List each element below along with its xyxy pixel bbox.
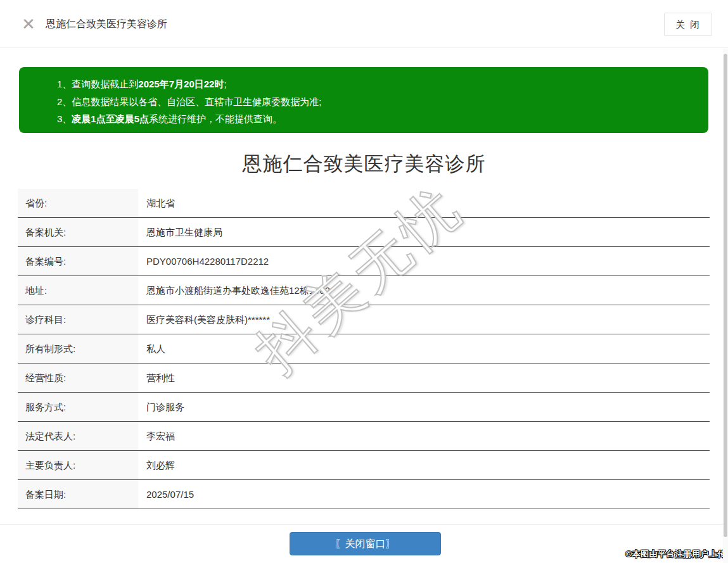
row-value: 湖北省: [138, 189, 710, 217]
row-value: 刘必辉: [138, 451, 710, 479]
table-row-filing-authority: 备案机关: 恩施市卫生健康局: [18, 218, 710, 247]
row-value: 私人: [138, 334, 710, 363]
notice-text: 系统进行维护，不能提供查询。: [149, 113, 282, 124]
notice-line-2: 2、信息数据结果以各省、自治区、直辖市卫生健康委数据为准;: [57, 93, 696, 111]
upload-credit-watermark: ©本图由平台注册用户上传: [625, 548, 726, 560]
window-title: 恩施仁合致美医疗美容诊所: [46, 0, 167, 48]
close-button[interactable]: 关 闭: [664, 13, 712, 36]
row-label: 省份:: [18, 189, 138, 217]
row-label: 服务方式:: [18, 393, 138, 421]
row-value: 恩施市小渡船街道办事处欧逸佳苑12栋1002: [138, 276, 710, 305]
table-row-address: 地址: 恩施市小渡船街道办事处欧逸佳苑12栋1002: [18, 276, 710, 305]
record-info-table: 省份: 湖北省 备案机关: 恩施市卫生健康局 备案编号: PDY00706H42…: [18, 189, 710, 509]
row-label: 法定代表人:: [18, 422, 138, 450]
row-label: 备案编号:: [18, 247, 138, 275]
notice-banner: 1、查询数据截止到2025年7月20日22时; 2、信息数据结果以各省、自治区、…: [19, 67, 708, 133]
row-label: 地址:: [18, 276, 138, 305]
record-detail-window: ✕ 恩施仁合致美医疗美容诊所 关 闭 1、查询数据截止到2025年7月20日22…: [0, 0, 728, 563]
notice-text: 2、信息数据结果以各省、自治区、直辖市卫生健康委数据为准;: [57, 96, 322, 107]
table-row-service-mode: 服务方式: 门诊服务: [18, 393, 710, 422]
row-label: 主要负责人:: [18, 451, 138, 479]
row-value: 医疗美容科(美容皮肤科)******: [138, 305, 710, 334]
table-row-filing-number: 备案编号: PDY00706H42280117D2212: [18, 247, 710, 276]
row-label: 诊疗科目:: [18, 305, 138, 334]
table-row-treatment-subjects: 诊疗科目: 医疗美容科(美容皮肤科)******: [18, 305, 710, 334]
row-value: PDY00706H42280117D2212: [138, 247, 710, 275]
table-row-business-nature: 经营性质: 营利性: [18, 364, 710, 393]
row-value: 恩施市卫生健康局: [138, 218, 710, 246]
table-row-filing-date: 备案日期: 2025/07/15: [18, 480, 710, 509]
clinic-name-title: 恩施仁合致美医疗美容诊所: [0, 151, 728, 177]
close-window-button[interactable]: 〖关闭窗口〗: [290, 532, 441, 555]
row-value: 营利性: [138, 364, 710, 392]
notice-line-1: 1、查询数据截止到2025年7月20日22时;: [57, 75, 696, 93]
notice-text: 3、: [57, 113, 72, 124]
row-label: 备案日期:: [18, 480, 138, 509]
row-label: 经营性质:: [18, 364, 138, 392]
row-value: 2025/07/15: [138, 480, 710, 509]
row-value: 门诊服务: [138, 393, 710, 421]
footer-divider: [0, 524, 728, 525]
table-row-principal: 主要负责人: 刘必辉: [18, 451, 710, 480]
notice-text: ;: [224, 79, 226, 89]
notice-line-3: 3、凌晨1点至凌晨5点系统进行维护，不能提供查询。: [57, 110, 696, 128]
close-icon[interactable]: ✕: [22, 0, 35, 48]
notice-bold-text: 2025年7月20日22时: [138, 79, 224, 89]
row-value: 李宏福: [138, 422, 710, 450]
row-label: 备案机关:: [18, 218, 138, 246]
table-row-province: 省份: 湖北省: [18, 189, 710, 218]
scrollbar-thumb[interactable]: [724, 54, 727, 537]
table-row-ownership-type: 所有制形式: 私人: [18, 334, 710, 364]
table-row-legal-representative: 法定代表人: 李宏福: [18, 422, 710, 451]
notice-bold-text: 凌晨1点至凌晨5点: [72, 113, 149, 124]
row-label: 所有制形式:: [18, 334, 138, 363]
window-titlebar: ✕ 恩施仁合致美医疗美容诊所 关 闭: [0, 0, 728, 48]
notice-text: 1、查询数据截止到: [57, 79, 138, 89]
